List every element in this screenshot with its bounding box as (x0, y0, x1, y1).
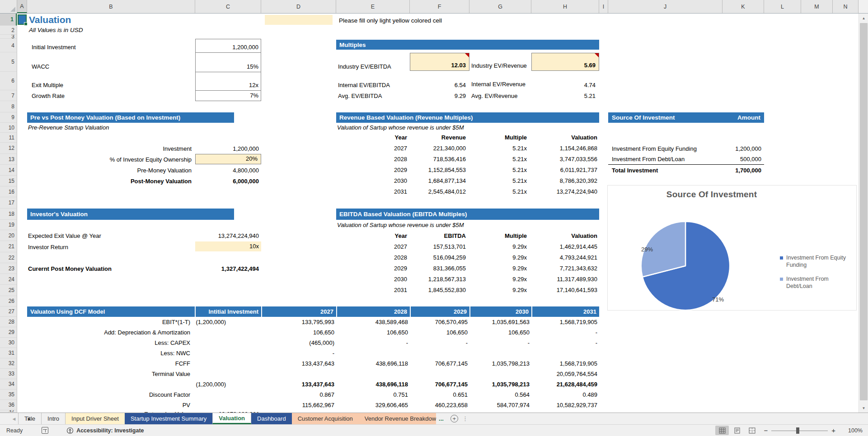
cell-year[interactable]: 2028 (336, 252, 410, 263)
dcf-cell-2027[interactable]: 133,795,993 (261, 317, 336, 327)
dcf-cell-2031[interactable]: 1,568,719,905 (531, 358, 599, 369)
row-header[interactable]: 21 (0, 241, 17, 252)
sheet-tab-intro[interactable]: Intro (42, 413, 66, 424)
cell-ebitda[interactable]: 516,094,259 (410, 252, 469, 263)
cell-ebitda[interactable]: 1,218,567,313 (410, 274, 469, 284)
dcf-cell-initial[interactable] (195, 358, 261, 369)
dcf-cell-2031[interactable]: 1,568,719,905 (531, 317, 599, 327)
cell-ebitda[interactable]: 831,366,055 (410, 263, 469, 274)
source-of-investment-chart[interactable]: Source Of Investment 29% 71% Investment … (607, 185, 857, 311)
row-header[interactable]: 33 (0, 369, 17, 379)
cell-valuation[interactable]: 1,154,246,868 (531, 143, 599, 153)
cell-post-money[interactable]: 6,000,000 (195, 176, 261, 186)
dcf-cell-2030[interactable] (469, 348, 531, 358)
col-header-c[interactable]: C (195, 0, 261, 13)
add-sheet-icon[interactable]: + (450, 415, 458, 422)
zoom-out-icon[interactable]: − (760, 427, 771, 434)
row-header[interactable]: 30 (0, 338, 17, 348)
row-header[interactable]: 28 (0, 317, 17, 327)
cell-valuation[interactable]: 6,011,921,737 (531, 164, 599, 175)
cell-multiple[interactable]: 9.29x (469, 284, 531, 295)
row-header[interactable]: 12 (0, 143, 17, 154)
row-header[interactable]: 1 (0, 14, 17, 26)
cell-year[interactable]: 2028 (336, 153, 410, 164)
cell-pre-money[interactable]: 4,800,000 (195, 165, 261, 176)
input-equity-ownership[interactable]: 20% (195, 154, 261, 164)
dcf-cell-2029[interactable] (410, 348, 469, 358)
cell-investment[interactable]: 1,200,000 (195, 143, 261, 154)
row-header[interactable]: 7 (0, 90, 17, 101)
dcf-cell-2029[interactable]: - (410, 338, 469, 348)
dcf-cell-2030[interactable] (469, 369, 531, 379)
dcf-total-2030[interactable]: 1,035,798,213 (469, 379, 531, 390)
row-header[interactable]: 5 (0, 52, 17, 72)
dcf-cell-2030[interactable]: 1,035,691,563 (469, 317, 531, 327)
tab-overflow-indicator[interactable]: ... (436, 413, 446, 424)
row-header[interactable]: 14 (0, 165, 17, 176)
scroll-down-icon[interactable]: ▼ (859, 404, 868, 413)
dcf-cell-2030[interactable]: 106,650 (469, 327, 531, 338)
cell-valuation[interactable]: 7,721,343,632 (531, 263, 599, 274)
cell-multiple[interactable]: 5.21x (469, 175, 531, 186)
row-header[interactable]: 31 (0, 348, 17, 358)
dcf-cell-2029[interactable]: 706,677,145 (410, 358, 469, 369)
dcf-cell-2027[interactable] (261, 369, 336, 379)
row-header[interactable]: 17 (0, 197, 17, 209)
dcf-cell-2029[interactable] (410, 369, 469, 379)
row-header[interactable]: 32 (0, 358, 17, 369)
cell-valuation[interactable]: 11,317,489,930 (531, 274, 599, 284)
vertical-scrollbar[interactable]: ▲ ▼ (859, 14, 868, 413)
cell-internal-ev-ebitda[interactable]: 6.54 (410, 72, 469, 90)
col-header-g[interactable]: G (469, 0, 531, 13)
dcf-total-2027[interactable]: 133,437,643 (261, 379, 336, 390)
vertical-scroll-thumb[interactable] (860, 23, 868, 400)
dcf-cell-initial[interactable] (195, 338, 261, 348)
cell-expected-exit-value[interactable]: 13,274,224,940 (195, 230, 261, 241)
sheet-tab-input-driver-sheet[interactable]: Input Driver Sheet (66, 413, 125, 424)
cell-revenue[interactable]: 1,152,854,553 (410, 164, 469, 175)
dcf-cell-initial[interactable]: (1,200,000) (195, 317, 261, 327)
dcf-total-initial[interactable]: (1,200,000) (195, 379, 261, 390)
cell-year[interactable]: 2031 (336, 186, 410, 197)
cell-year[interactable]: 2030 (336, 175, 410, 186)
dcf-cell-initial[interactable] (195, 390, 261, 400)
cell-ebitda[interactable]: 157,513,701 (410, 241, 469, 252)
page-layout-view-button[interactable] (730, 426, 744, 435)
row-header[interactable]: 24 (0, 274, 17, 285)
dcf-cell-2031[interactable] (531, 348, 599, 358)
cell-valuation[interactable]: 17,140,641,593 (531, 284, 599, 295)
dcf-cell-2027[interactable]: (465,000) (261, 338, 336, 348)
cell-valuation[interactable]: 8,786,320,392 (531, 175, 599, 186)
dcf-cell-initial[interactable] (195, 348, 261, 358)
dcf-cell-2028[interactable]: 106,650 (336, 327, 410, 338)
cell-debt-loan[interactable]: 500,000 (723, 154, 764, 164)
dcf-cell-2028[interactable]: - (336, 338, 410, 348)
cell-current-post-money[interactable]: 1,327,422,494 (195, 263, 261, 274)
selected-cell-a1[interactable] (18, 14, 27, 25)
col-header-n[interactable]: N (833, 0, 859, 13)
dcf-cell-initial[interactable] (195, 327, 261, 338)
row-header[interactable]: 11 (0, 133, 17, 143)
dcf-cell-2028[interactable]: 329,606,465 (336, 400, 410, 410)
cell-avg-ev-ebitda[interactable]: 9.29 (410, 90, 469, 101)
cell-internal-ev-revenue[interactable]: 4.74 (531, 72, 599, 90)
dcf-cell-2031[interactable]: - (531, 327, 599, 338)
cell-year[interactable]: 2031 (336, 284, 410, 295)
page-break-view-button[interactable] (745, 426, 759, 435)
row-header[interactable]: 20 (0, 230, 17, 241)
cell-year[interactable]: 2029 (336, 164, 410, 175)
sheet-tab-valuation[interactable]: Valuation (212, 413, 251, 424)
cell-multiple[interactable]: 5.21x (469, 186, 531, 197)
normal-view-button[interactable] (715, 426, 729, 435)
dcf-cell-2031[interactable]: - (531, 338, 599, 348)
row-header[interactable]: 9 (0, 112, 17, 123)
row-header[interactable]: 35 (0, 390, 17, 400)
sheet-tab-vendor-revenue-breakdown[interactable]: Vendor Revenue Breakdow (359, 413, 436, 424)
row-header[interactable]: 13 (0, 154, 17, 165)
cell-total-investment[interactable]: 1,700,000 (723, 165, 764, 176)
scroll-up-icon[interactable]: ▲ (859, 14, 868, 23)
dcf-cell-2027[interactable]: 133,437,643 (261, 358, 336, 369)
dcf-cell-initial[interactable] (195, 400, 261, 410)
row-header[interactable]: 6 (0, 72, 17, 90)
row-header[interactable]: 8 (0, 101, 17, 112)
